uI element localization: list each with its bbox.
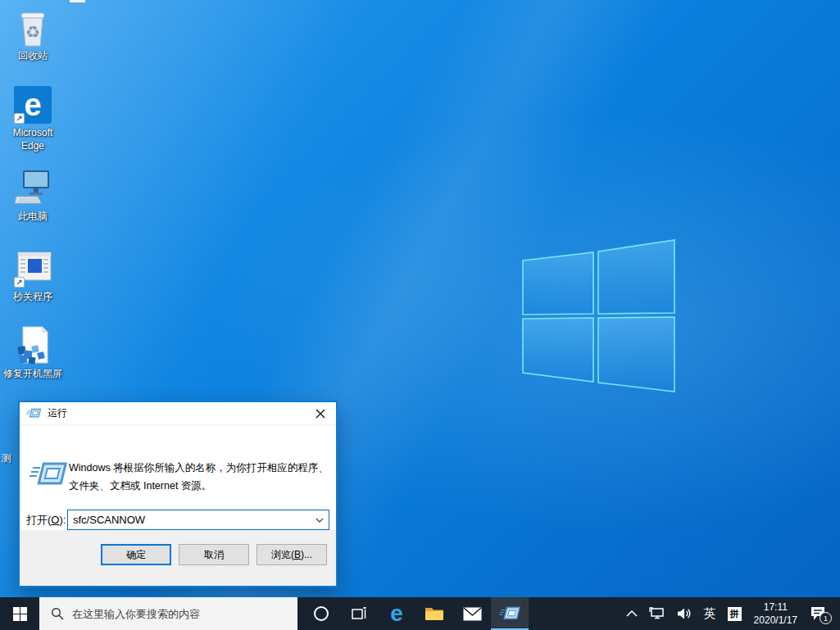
open-field-label: 打开(O):: [26, 513, 67, 528]
volume-icon: [677, 607, 692, 620]
ok-button[interactable]: 确定: [101, 544, 171, 565]
cortana-button[interactable]: [302, 597, 340, 630]
desktop-icon-label: 修复开机黑屏: [3, 368, 62, 381]
search-input[interactable]: [72, 608, 277, 620]
taskbar: e: [0, 597, 840, 630]
svg-text:♻: ♻: [25, 23, 40, 41]
run-dialog-window: 运行 Windows 将根据你所输入的名称，为你打开相应的程序、 文件夹、文档或…: [18, 401, 338, 587]
screen: ♻ 回收站 e ↗ Microsoft Edge 此电脑: [0, 0, 840, 630]
run-dialog-body: Windows 将根据你所输入的名称，为你打开相应的程序、 文件夹、文档或 In…: [20, 425, 336, 530]
ime-mode-label: 英: [704, 606, 716, 622]
notification-count-badge: 1: [820, 612, 832, 624]
desktop-icon-label: Microsoft Edge: [3, 127, 62, 152]
partial-desktop-icon-label[interactable]: 测: [2, 451, 11, 465]
dialog-message-line2: 文件夹、文档或 Internet 资源。: [69, 480, 211, 492]
taskbar-search-box[interactable]: [39, 597, 297, 630]
browse-button[interactable]: 浏览(B)...: [257, 544, 327, 565]
desktop-icon-label: 此电脑: [18, 211, 48, 224]
clock-date: 2020/1/17: [754, 614, 797, 627]
search-icon: [51, 607, 64, 620]
taskbar-edge-button[interactable]: e: [378, 597, 415, 630]
run-icon: [499, 606, 521, 621]
cancel-button[interactable]: 取消: [179, 544, 249, 565]
run-dialog-titlebar[interactable]: 运行: [20, 402, 336, 425]
recycle-bin-icon: ♻: [15, 8, 51, 48]
task-view-icon: [351, 605, 367, 622]
chevron-up-icon: [626, 610, 638, 617]
open-combobox[interactable]: [67, 510, 329, 530]
cortana-icon: [313, 605, 329, 622]
run-icon-large: [30, 461, 69, 487]
shortcut-arrow-icon: ↗: [14, 277, 25, 288]
ime-pinyin-badge: 拼: [728, 607, 742, 621]
network-status-button[interactable]: [643, 597, 671, 630]
combobox-dropdown-button[interactable]: [311, 510, 329, 529]
desktop-icon-fix-black-screen[interactable]: 修复开机黑屏: [0, 326, 66, 381]
windows-start-icon: [13, 607, 27, 621]
run-icon: [26, 408, 42, 419]
taskbar-clock[interactable]: 17:11 2020/1/17: [747, 601, 804, 627]
dialog-title: 运行: [48, 406, 305, 420]
dialog-message: Windows 将根据你所输入的名称，为你打开相应的程序、 文件夹、文档或 In…: [69, 460, 329, 496]
start-button[interactable]: [0, 597, 39, 630]
chevron-down-icon: [316, 518, 324, 523]
edge-icon: e: [390, 602, 403, 625]
file-explorer-icon: [425, 605, 444, 622]
mail-icon: [463, 607, 482, 621]
clock-time: 17:11: [764, 601, 788, 614]
mail-button[interactable]: [453, 597, 491, 630]
network-icon: [649, 607, 665, 621]
windows-logo: [516, 233, 680, 397]
run-app-taskbar-button[interactable]: [491, 597, 529, 630]
run-dialog-footer: 确定 取消 浏览(B)...: [20, 530, 336, 586]
close-button[interactable]: [305, 402, 336, 425]
svg-text:e: e: [24, 88, 41, 122]
task-view-button[interactable]: [340, 597, 378, 630]
ime-mode-button[interactable]: 英: [698, 597, 722, 630]
file-explorer-button[interactable]: [415, 597, 453, 630]
desktop-icon-label: 回收站: [18, 50, 48, 63]
volume-button[interactable]: [671, 597, 698, 630]
close-icon: [316, 409, 325, 419]
this-pc-icon: [13, 169, 52, 208]
dialog-message-line1: Windows 将根据你所输入的名称，为你打开相应的程序、: [69, 462, 329, 474]
run-command-input[interactable]: [68, 514, 311, 526]
desktop-icon-shutdown-app[interactable]: ↗ 秒关程序: [0, 249, 66, 304]
system-tray: 英 拼 17:11 2020/1/17 1: [620, 597, 840, 630]
desktop-icon-edge[interactable]: e ↗ Microsoft Edge: [0, 85, 66, 152]
desktop-icon-this-pc[interactable]: 此电脑: [0, 169, 66, 224]
desktop-icon-label: 秒关程序: [13, 291, 52, 304]
screen-edge-artifact: [70, 0, 85, 2]
shortcut-arrow-icon: ↗: [14, 113, 25, 124]
tray-overflow-button[interactable]: [620, 597, 643, 630]
registry-file-icon: [13, 325, 52, 366]
desktop-icon-recycle-bin[interactable]: ♻ 回收站: [0, 8, 66, 63]
action-center-button[interactable]: 1: [804, 597, 835, 630]
ime-language-button[interactable]: 拼: [722, 597, 747, 630]
